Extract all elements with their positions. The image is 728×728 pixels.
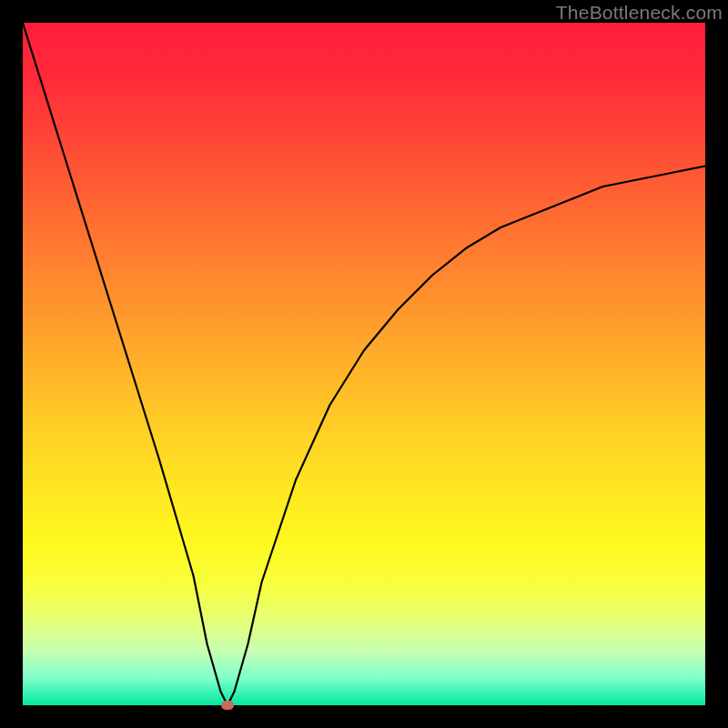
chart-frame: TheBottleneck.com — [0, 0, 728, 728]
optimum-marker — [221, 701, 234, 710]
plot-area — [23, 23, 705, 705]
watermark-text: TheBottleneck.com — [556, 2, 723, 24]
bottleneck-curve — [23, 23, 705, 705]
curve-layer — [23, 23, 705, 705]
